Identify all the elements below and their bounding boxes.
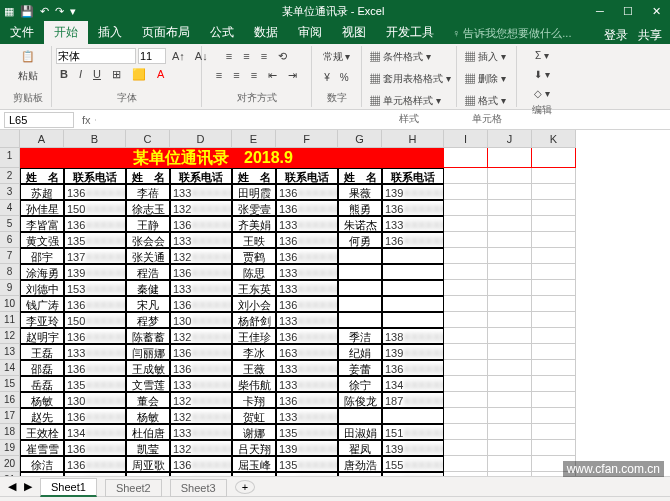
col-header-F[interactable]: F [276,130,338,147]
col-header-I[interactable]: I [444,130,488,147]
sheet-tab-2[interactable]: Sheet2 [105,479,162,497]
tab-layout[interactable]: 页面布局 [132,21,200,44]
bold-button[interactable]: B [56,66,72,83]
paste-label: 粘贴 [18,69,38,83]
col-header-E[interactable]: E [232,130,276,147]
close-icon[interactable]: ✕ [646,5,666,18]
tab-developer[interactable]: 开发工具 [376,21,444,44]
sheet-tab-3[interactable]: Sheet3 [170,479,227,497]
group-font-label: 字体 [56,89,197,105]
currency-icon[interactable]: ¥ [320,70,334,85]
conditional-format-button[interactable]: ▦ 条件格式 ▾ [366,48,452,66]
group-clipboard-label: 剪贴板 [8,89,47,105]
formula-bar-row: fx [0,110,670,130]
window-title: 某单位通讯录 - Excel [76,4,590,19]
indent-inc-icon[interactable]: ⇥ [284,67,301,84]
paste-button[interactable]: 📋 [17,48,39,65]
ribbon-tabs: 文件 开始 插入 页面布局 公式 数据 审阅 视图 开发工具 ♀ 告诉我您想要做… [0,22,670,44]
group-editing-label: 编辑 [521,101,563,117]
delete-cells-button[interactable]: ▦ 删除 ▾ [461,70,512,88]
maximize-icon[interactable]: ☐ [618,5,638,18]
login-link[interactable]: 登录 [604,27,628,44]
font-color-button[interactable]: A [153,66,168,83]
col-header-J[interactable]: J [488,130,532,147]
group-align-label: 对齐方式 [206,89,307,105]
group-number-label: 数字 [316,89,357,105]
font-size-select[interactable] [138,48,166,64]
minimize-icon[interactable]: ─ [590,5,610,18]
formula-bar[interactable] [95,119,670,121]
col-header-B[interactable]: B [64,130,126,147]
clear-icon[interactable]: ◇ ▾ [530,86,554,101]
tab-home[interactable]: 开始 [44,21,88,44]
title-bar: ▦ 💾 ↶ ↷ ▾ 某单位通讯录 - Excel ─ ☐ ✕ [0,0,670,22]
new-sheet-button[interactable]: + [235,480,255,494]
col-header-C[interactable]: C [126,130,170,147]
tab-formulas[interactable]: 公式 [200,21,244,44]
align-bot-icon[interactable]: ≡ [257,48,271,65]
sheet-nav-first-icon[interactable]: ◀ [8,480,16,493]
select-all-corner[interactable] [0,130,20,148]
watermark: www.cfan.com.cn [563,461,664,477]
fx-icon[interactable]: fx [78,114,95,126]
fill-icon[interactable]: ⬇ ▾ [530,67,554,82]
increase-font-icon[interactable]: A↑ [168,48,189,64]
name-box[interactable] [4,112,74,128]
tab-view[interactable]: 视图 [332,21,376,44]
autosum-icon[interactable]: Σ ▾ [531,48,553,63]
border-button[interactable]: ⊞ [108,66,125,83]
status-bar: 就绪 ▦ ▦ ▦ ▦ − + 100% [0,496,670,501]
col-header-A[interactable]: A [20,130,64,147]
tab-insert[interactable]: 插入 [88,21,132,44]
align-top-icon[interactable]: ≡ [222,48,236,65]
ribbon: 📋 粘贴 剪贴板 A↑ A↓ B I U ⊞ 🟨 A 字体 [0,44,670,110]
format-cells-button[interactable]: ▦ 格式 ▾ [461,92,512,110]
align-center-icon[interactable]: ≡ [229,67,243,84]
cell-style-button[interactable]: ▦ 单元格样式 ▾ [366,92,452,110]
font-name-select[interactable] [56,48,136,64]
worksheet-area: ABCDEFGHIJK 1234567891011121314151617181… [0,130,670,476]
tell-me-search[interactable]: ♀ 告诉我您想要做什么... [444,23,579,44]
app-icon: ▦ [4,5,14,18]
tab-data[interactable]: 数据 [244,21,288,44]
table-format-button[interactable]: ▦ 套用表格格式 ▾ [366,70,452,88]
align-mid-icon[interactable]: ≡ [239,48,253,65]
italic-button[interactable]: I [75,66,86,83]
col-header-G[interactable]: G [338,130,382,147]
orientation-icon[interactable]: ⟲ [274,48,291,65]
sheet-nav-prev-icon[interactable]: ▶ [24,480,32,493]
align-left-icon[interactable]: ≡ [212,67,226,84]
cells-grid[interactable]: 某单位通讯录2018.9姓 名联系电话姓 名联系电话姓 名联系电话姓 名联系电话… [20,148,670,476]
indent-dec-icon[interactable]: ⇤ [264,67,281,84]
percent-icon[interactable]: % [336,70,353,85]
align-right-icon[interactable]: ≡ [247,67,261,84]
tab-review[interactable]: 审阅 [288,21,332,44]
underline-button[interactable]: U [89,66,105,83]
col-header-K[interactable]: K [532,130,576,147]
column-headers[interactable]: ABCDEFGHIJK [20,130,576,148]
col-header-D[interactable]: D [170,130,232,147]
col-header-H[interactable]: H [382,130,444,147]
insert-cells-button[interactable]: ▦ 插入 ▾ [461,48,512,66]
sheet-tab-1[interactable]: Sheet1 [40,478,97,497]
tab-file[interactable]: 文件 [0,21,44,44]
share-button[interactable]: 共享 [638,27,662,44]
qat-undo-icon[interactable]: ↶ [40,5,49,18]
sheet-tab-bar: ◀ ▶ Sheet1 Sheet2 Sheet3 + [0,476,670,496]
fill-color-button[interactable]: 🟨 [128,66,150,83]
qat-redo-icon[interactable]: ↷ [55,5,64,18]
row-headers[interactable]: 123456789101112131415161718192021 [0,148,20,476]
number-format-select[interactable]: 常规 ▾ [319,48,355,66]
qat-save-icon[interactable]: 💾 [20,5,34,18]
